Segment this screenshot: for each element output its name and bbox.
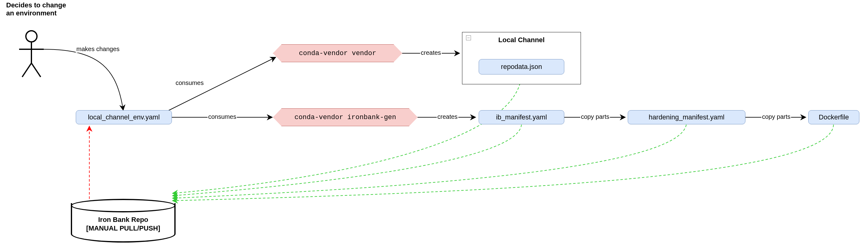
process-conda-vendor-ironbank-gen-label: conda-vendor ironbank-gen <box>294 113 396 121</box>
svg-line-4 <box>31 63 41 77</box>
datastore-iron-bank-repo-label: Iron Bank Repo [MANUAL PULL/PUSH] <box>72 215 174 233</box>
file-ib-manifest-label: ib_manifest.yaml <box>496 113 547 121</box>
edge-label-creates-ib-manifest: creates <box>437 113 458 120</box>
container-local-channel: Local Channel <box>462 32 581 84</box>
file-repodata-json-label: repodata.json <box>501 63 542 71</box>
svg-line-3 <box>22 63 31 77</box>
process-conda-vendor-vendor: conda-vendor vendor <box>273 44 402 62</box>
file-dockerfile-label: Dockerfile <box>819 113 849 121</box>
file-local-channel-env: local_channel_env.yaml <box>76 110 172 124</box>
edge-label-creates-local-channel: creates <box>420 49 442 56</box>
edge-label-consumes-ironbank: consumes <box>208 113 237 120</box>
file-local-channel-env-label: local_channel_env.yaml <box>88 113 160 121</box>
edge-label-makes-changes: makes changes <box>76 45 120 53</box>
process-conda-vendor-vendor-label: conda-vendor vendor <box>299 49 376 57</box>
edge-label-copy-parts-2: copy parts <box>762 113 791 120</box>
file-hardening-manifest-label: hardening_manifest.yaml <box>649 113 724 121</box>
datastore-iron-bank-repo-lid <box>71 199 176 212</box>
actor-title: Decides to change an environment <box>6 1 66 18</box>
file-repodata-json: repodata.json <box>479 59 564 74</box>
file-ib-manifest: ib_manifest.yaml <box>479 110 564 124</box>
edge-label-consumes-vendor: consumes <box>175 79 204 86</box>
process-conda-vendor-ironbank-gen: conda-vendor ironbank-gen <box>273 108 418 126</box>
file-hardening-manifest: hardening_manifest.yaml <box>628 110 745 124</box>
file-dockerfile: Dockerfile <box>808 110 859 124</box>
edge-label-copy-parts-1: copy parts <box>580 113 610 120</box>
container-local-channel-title: Local Channel <box>462 36 581 44</box>
svg-point-0 <box>26 31 37 42</box>
